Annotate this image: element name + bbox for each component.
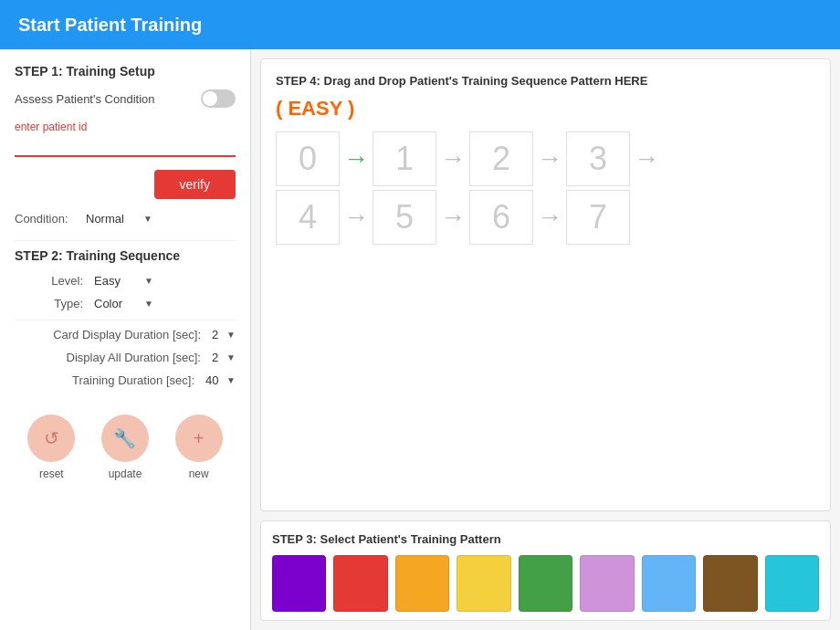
color-swatch-8[interactable] [765, 555, 819, 612]
type-select[interactable]: Color Number Shape [94, 297, 153, 310]
color-swatch-6[interactable] [642, 555, 696, 612]
sequence-box: STEP 4: Drag and Drop Patient's Training… [260, 58, 831, 511]
condition-row: Condition: Normal Mild Moderate Severe [15, 212, 236, 226]
seq-arrow-5-6: → [436, 203, 469, 232]
card-display-select-wrapper[interactable]: 1 2 3 4 5 [212, 328, 236, 341]
card-display-select[interactable]: 1 2 3 4 5 [212, 328, 236, 341]
color-swatch-1[interactable] [333, 555, 387, 612]
seq-cell-4[interactable]: 4 [276, 190, 340, 245]
easy-label: ( EASY ) [276, 97, 815, 121]
color-swatches [272, 555, 819, 612]
type-label: Type: [15, 297, 83, 310]
verify-button[interactable]: verify [154, 170, 236, 199]
training-dur-label: Training Duration [sec]: [15, 373, 194, 387]
app-header: Start Patient Training [0, 0, 840, 49]
seq-cell-6[interactable]: 6 [469, 190, 533, 245]
action-buttons: ↺ reset 🔧 update + new [15, 415, 236, 480]
update-icon: 🔧 [101, 415, 149, 462]
seq-cell-7[interactable]: 7 [566, 190, 630, 245]
new-button[interactable]: + new [175, 415, 223, 480]
training-dur-select[interactable]: 10 20 30 40 50 60 [205, 373, 236, 387]
seq-cell-2[interactable]: 2 [469, 131, 533, 186]
color-swatch-3[interactable] [457, 555, 510, 612]
type-select-wrapper[interactable]: Color Number Shape [94, 297, 153, 310]
seq-arrow-3-end: → [630, 144, 663, 173]
step1-title: STEP 1: Training Setup [15, 64, 236, 79]
new-icon: + [175, 415, 223, 462]
color-swatch-2[interactable] [395, 555, 449, 612]
training-dur-row: Training Duration [sec]: 10 20 30 40 50 … [15, 373, 236, 387]
seq-arrow-0-1: → [340, 144, 373, 173]
condition-select-wrapper[interactable]: Normal Mild Moderate Severe [86, 212, 152, 226]
display-all-row: Display All Duration [sec]: 1 2 3 4 5 [15, 351, 236, 364]
patient-id-label: enter patient id [15, 121, 236, 133]
sequence-row-1: 0 → 1 → 2 → 3 → [276, 131, 815, 186]
seq-arrow-6-7: → [533, 203, 566, 232]
training-dur-select-wrapper[interactable]: 10 20 30 40 50 60 [205, 373, 236, 387]
patient-id-input[interactable] [15, 137, 236, 157]
seq-arrow-4-5: → [340, 203, 373, 232]
new-label: new [189, 467, 209, 480]
sequence-grid: 0 → 1 → 2 → 3 → 4 → 5 → 6 → 7 [276, 131, 815, 245]
update-label: update [109, 467, 142, 480]
card-display-label: Card Display Duration [sec]: [15, 328, 201, 341]
level-label: Level: [15, 274, 83, 288]
step3-title: STEP 3: Select Patient's Training Patter… [272, 532, 819, 546]
reset-icon: ↺ [27, 415, 75, 462]
seq-cell-5[interactable]: 5 [373, 190, 436, 245]
condition-select[interactable]: Normal Mild Moderate Severe [86, 212, 152, 226]
level-select[interactable]: Easy Medium Hard [94, 274, 153, 288]
step2-title: STEP 2: Training Sequence [15, 248, 236, 263]
reset-button[interactable]: ↺ reset [27, 415, 75, 480]
seq-cell-0[interactable]: 0 [276, 131, 340, 186]
update-button[interactable]: 🔧 update [101, 415, 149, 480]
type-row: Type: Color Number Shape [15, 297, 236, 310]
display-all-label: Display All Duration [sec]: [15, 351, 201, 364]
color-swatch-4[interactable] [519, 555, 572, 612]
reset-label: reset [39, 467, 64, 480]
sequence-row-2: 4 → 5 → 6 → 7 [276, 190, 815, 245]
assess-row: Assess Patient's Condition [15, 89, 236, 108]
seq-cell-3[interactable]: 3 [566, 131, 630, 186]
app-title: Start Patient Training [18, 15, 202, 36]
seq-arrow-1-2: → [436, 144, 469, 173]
step4-title: STEP 4: Drag and Drop Patient's Training… [276, 74, 815, 88]
assess-label: Assess Patient's Condition [15, 92, 155, 106]
color-swatch-0[interactable] [272, 555, 326, 612]
level-row: Level: Easy Medium Hard [15, 274, 236, 288]
level-select-wrapper[interactable]: Easy Medium Hard [94, 274, 153, 288]
card-display-row: Card Display Duration [sec]: 1 2 3 4 5 [15, 328, 236, 341]
left-panel: STEP 1: Training Setup Assess Patient's … [0, 49, 251, 630]
display-all-select[interactable]: 1 2 3 4 5 [212, 351, 236, 364]
seq-cell-1[interactable]: 1 [373, 131, 436, 186]
assess-toggle[interactable] [201, 89, 236, 108]
color-swatch-5[interactable] [580, 555, 634, 612]
seq-arrow-2-3: → [533, 144, 566, 173]
color-swatch-7[interactable] [703, 555, 757, 612]
condition-label: Condition: [15, 212, 79, 226]
right-panel: STEP 4: Drag and Drop Patient's Training… [251, 49, 840, 630]
pattern-box: STEP 3: Select Patient's Training Patter… [260, 520, 831, 621]
display-all-select-wrapper[interactable]: 1 2 3 4 5 [212, 351, 236, 364]
